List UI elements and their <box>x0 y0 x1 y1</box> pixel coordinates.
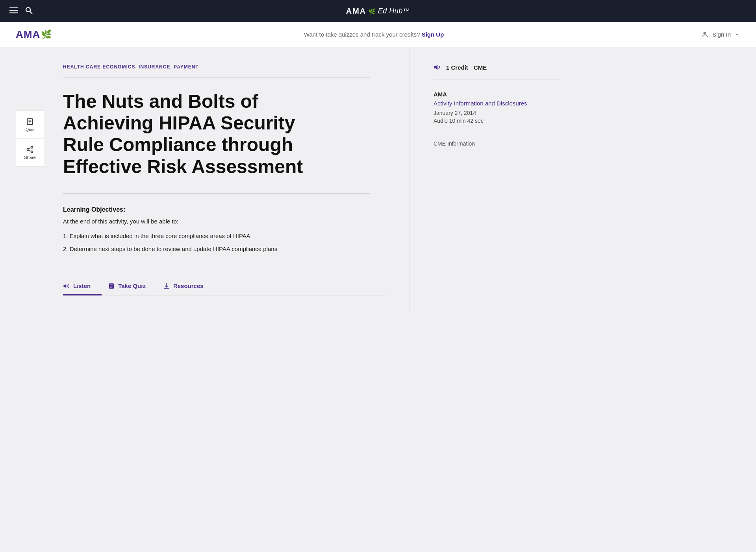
share-icon <box>26 146 34 153</box>
learning-objectives-heading: Learning Objectives: <box>63 206 386 213</box>
volume-icon <box>63 282 70 290</box>
learning-objectives: Learning Objectives: At the end of this … <box>63 206 386 254</box>
top-nav-bar: AMA 🌿 Ed Hub™ <box>0 0 756 22</box>
ama-logo-text: AMA <box>346 7 367 16</box>
share-label: Share <box>24 155 35 160</box>
prompt-text: Want to take quizzes and track your cred… <box>304 31 420 38</box>
sidebar-org: AMA <box>434 91 559 98</box>
download-icon <box>163 282 170 290</box>
search-icon[interactable] <box>24 6 33 17</box>
user-icon <box>700 30 709 39</box>
credit-volume-icon <box>434 63 442 72</box>
signin-area[interactable]: Sign In <box>700 30 740 39</box>
top-nav-logo: AMA 🌿 Ed Hub™ <box>346 7 410 16</box>
tab-takequiz-label: Take Quiz <box>118 282 146 289</box>
credit-type: CME <box>474 64 487 71</box>
svg-point-5 <box>704 31 706 34</box>
svg-rect-1 <box>9 10 18 11</box>
quiz-icon <box>26 118 34 126</box>
ama-text: AMA <box>16 28 40 41</box>
ama-logo[interactable]: AMA 🌿 <box>16 26 47 43</box>
tab-listen[interactable]: Listen <box>63 278 102 295</box>
signin-label[interactable]: Sign In <box>712 31 731 38</box>
learning-objectives-list: 1. Explain what is included in the three… <box>63 231 386 254</box>
svg-marker-15 <box>64 284 67 288</box>
main-content: HEALTH CARE ECONOMICS, INSURANCE, PAYMEN… <box>63 47 386 311</box>
sidebar-duration: Audio 10 min 42 sec <box>434 118 559 124</box>
content-area: HEALTH CARE ECONOMICS, INSURANCE, PAYMEN… <box>0 47 756 311</box>
share-sidebar-button[interactable]: Share <box>16 138 44 167</box>
sidebar-date: January 27, 2014 <box>434 110 559 116</box>
breadcrumb[interactable]: HEALTH CARE ECONOMICS, INSURANCE, PAYMEN… <box>63 64 199 70</box>
sidebar-divider <box>434 132 559 132</box>
quiz-sidebar-button[interactable]: Quiz <box>16 110 44 138</box>
learning-objective-1: 1. Explain what is included in the three… <box>63 231 386 241</box>
svg-point-10 <box>31 146 33 148</box>
sub-nav-bar: AMA 🌿 Want to take quizzes and track you… <box>0 22 756 47</box>
credit-amount: 1 Credit <box>446 64 468 71</box>
quiz-tab-icon <box>108 282 115 290</box>
top-nav-left <box>9 6 33 17</box>
signup-prompt: Want to take quizzes and track your cred… <box>304 31 444 38</box>
tab-listen-label: Listen <box>73 282 91 289</box>
tabs-bar: Listen Take Quiz Resources <box>63 278 386 295</box>
content-divider <box>63 193 370 194</box>
right-sidebar: 1 Credit CME AMA Activity Information an… <box>410 47 559 311</box>
svg-point-12 <box>31 151 33 153</box>
signup-link[interactable]: Sign Up <box>422 31 444 38</box>
ed-hub-text: Ed Hub™ <box>378 7 410 15</box>
ama-logo-mark: AMA 🌿 <box>16 26 47 43</box>
svg-rect-0 <box>9 7 18 8</box>
article-title: The Nuts and Bolts of Achieving HIPAA Se… <box>63 90 339 177</box>
learning-objectives-intro: At the end of this activity, you will be… <box>63 218 386 225</box>
tab-resources-label: Resources <box>173 282 204 289</box>
learning-objective-2: 2. Determine next steps to be done to re… <box>63 244 386 254</box>
chevron-down-icon <box>734 31 740 38</box>
sidebar-float: Quiz Share <box>16 110 44 167</box>
svg-line-4 <box>30 11 32 13</box>
cme-info-link[interactable]: CME Information <box>434 140 475 147</box>
hamburger-icon[interactable] <box>9 6 18 17</box>
svg-line-14 <box>29 150 31 151</box>
breadcrumb-divider <box>63 78 370 78</box>
activity-info-link[interactable]: Activity Information and Disclosures <box>434 100 559 107</box>
tab-resources[interactable]: Resources <box>163 278 215 295</box>
credit-badge: 1 Credit CME <box>434 63 559 80</box>
svg-rect-2 <box>9 12 18 13</box>
tab-takequiz[interactable]: Take Quiz <box>108 278 157 295</box>
svg-marker-21 <box>434 65 437 70</box>
quiz-label: Quiz <box>26 127 35 132</box>
svg-point-11 <box>27 149 29 151</box>
svg-line-13 <box>29 148 31 149</box>
